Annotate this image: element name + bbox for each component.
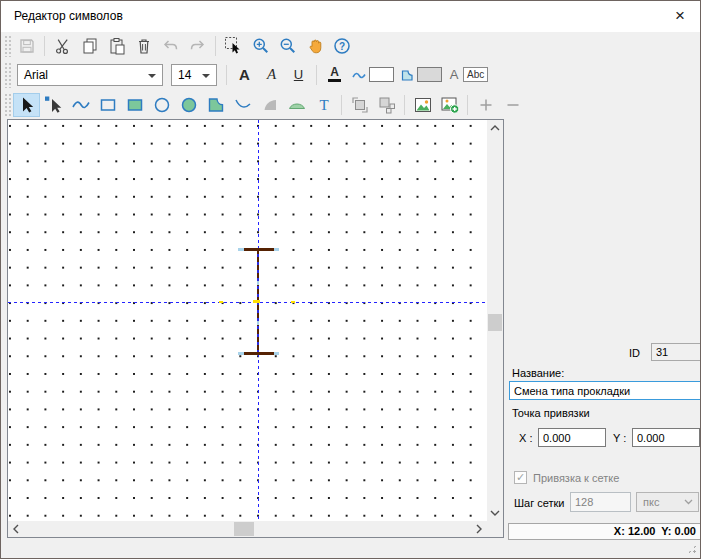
bold-icon: A (239, 66, 250, 83)
ellipse-tool-button[interactable] (148, 93, 175, 117)
close-button[interactable]: × (666, 3, 694, 29)
font-size-select[interactable]: 14 (171, 64, 217, 86)
scroll-up-button[interactable] (487, 120, 503, 136)
redo-button[interactable] (184, 34, 211, 58)
separator (44, 36, 45, 56)
anchor-mark (253, 300, 260, 303)
ungroup-button[interactable] (373, 93, 400, 117)
text-tool-button[interactable]: T (310, 93, 337, 117)
horizontal-scroll-thumb[interactable] (234, 522, 254, 536)
id-field (651, 343, 701, 361)
pie-icon (260, 95, 280, 115)
guide-mark (219, 301, 223, 303)
delete-button[interactable] (130, 34, 157, 58)
increase-button[interactable] (472, 93, 499, 117)
chevron-down-icon (148, 74, 156, 78)
vertical-scroll-thumb[interactable] (488, 314, 502, 331)
fill-color-swatch (417, 67, 442, 82)
properties-panel: ID Название: Точка привязки X : Y : ✓ Пр… (504, 119, 701, 557)
add-image-button[interactable] (436, 93, 463, 117)
help-button[interactable]: ? (328, 34, 355, 58)
canvas-viewport (7, 119, 504, 538)
line-color-swatch (369, 67, 394, 82)
char-style-button[interactable]: A (445, 63, 463, 87)
arc-tool-button[interactable] (229, 93, 256, 117)
zoom-in-button[interactable] (247, 34, 274, 58)
name-label: Название: (512, 367, 564, 379)
polyline-icon (71, 95, 91, 115)
draw-toolbar: T (1, 90, 700, 119)
toolbar-grip[interactable] (3, 34, 11, 57)
group-button[interactable] (346, 93, 373, 117)
symbol-editor-window: Редактор символов × ? Arial 14 A A (0, 0, 701, 559)
copy-button[interactable] (76, 34, 103, 58)
abc-button[interactable]: Abc (463, 67, 488, 82)
ungroup-icon (377, 95, 397, 115)
font-color-button[interactable]: A (321, 63, 348, 87)
separator (467, 95, 468, 115)
anchor-x-field[interactable] (538, 428, 606, 447)
select-tool-button[interactable] (13, 93, 40, 117)
marquee-select-button[interactable] (220, 34, 247, 58)
filled-ellipse-icon (179, 95, 199, 115)
name-field[interactable] (509, 381, 701, 400)
rectangle-tool-button[interactable] (94, 93, 121, 117)
polygon-tool-button[interactable] (202, 93, 229, 117)
symbol-top-tick (238, 248, 279, 251)
zoom-in-icon (252, 37, 270, 55)
checkmark-icon: ✓ (516, 471, 525, 484)
pan-button[interactable] (301, 34, 328, 58)
chord-tool-button[interactable] (283, 93, 310, 117)
hand-icon (306, 37, 324, 55)
toolbar-grip[interactable] (3, 61, 11, 88)
cursor-coordinates: X: 12.00 Y: 0.00 (614, 525, 696, 537)
fill-color-control[interactable] (400, 67, 442, 82)
zoom-out-button[interactable] (274, 34, 301, 58)
pie-tool-button[interactable] (256, 93, 283, 117)
save-button[interactable] (13, 34, 40, 58)
node-select-tool-button[interactable] (40, 93, 67, 117)
separator (404, 95, 405, 115)
page-title: Редактор символов (14, 9, 123, 23)
scroll-left-button[interactable] (8, 521, 24, 537)
format-toolbar: Arial 14 A A U A A Abc (1, 59, 700, 90)
scroll-down-button[interactable] (487, 505, 503, 521)
italic-button[interactable]: A (258, 63, 285, 87)
line-color-control[interactable] (351, 67, 394, 82)
text-tool-icon: T (314, 95, 334, 115)
polyline-tool-button[interactable] (67, 93, 94, 117)
undo-button[interactable] (157, 34, 184, 58)
bold-button[interactable]: A (231, 63, 258, 87)
font-family-select[interactable]: Arial (17, 64, 163, 86)
filled-rectangle-tool-button[interactable] (121, 93, 148, 117)
grid-step-label: Шаг сетки (514, 497, 565, 509)
copy-icon (81, 37, 99, 55)
drawing-canvas[interactable] (8, 120, 487, 521)
font-family-value: Arial (24, 68, 48, 82)
paste-button[interactable] (103, 34, 130, 58)
snap-to-grid-label: Привязка к сетке (533, 472, 619, 484)
status-bar: X: 12.00 Y: 0.00 (508, 523, 701, 540)
anchor-y-label: Y : (613, 432, 626, 444)
insert-image-button[interactable] (409, 93, 436, 117)
vertical-scrollbar[interactable] (487, 120, 503, 521)
select-arrow-icon (17, 95, 37, 115)
save-icon (18, 37, 36, 55)
horizontal-scrollbar[interactable] (8, 521, 487, 537)
anchor-y-field[interactable] (632, 428, 700, 447)
crosshair-horizontal-guide (8, 302, 487, 303)
scroll-right-button[interactable] (471, 521, 487, 537)
main-toolbar: ? (1, 32, 700, 59)
decrease-button[interactable] (499, 93, 526, 117)
rectangle-icon (98, 95, 118, 115)
cut-button[interactable] (49, 34, 76, 58)
separator (341, 95, 342, 115)
scrollbar-corner (487, 521, 503, 537)
filled-ellipse-tool-button[interactable] (175, 93, 202, 117)
font-color-icon: A (328, 67, 341, 82)
node-select-icon (44, 95, 64, 115)
toolbar-grip[interactable] (3, 92, 11, 117)
minus-icon (503, 95, 523, 115)
underline-button[interactable]: U (285, 63, 312, 87)
cut-icon (54, 37, 72, 55)
